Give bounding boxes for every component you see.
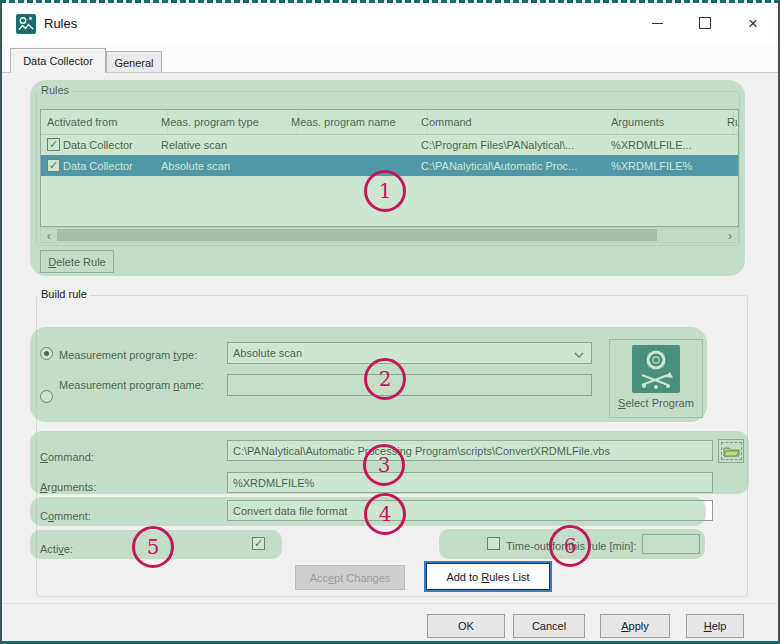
open-folder-icon [723,444,740,458]
program-type-dropdown[interactable]: Absolute scan [227,342,592,364]
help-button[interactable]: Help [686,614,744,638]
app-icon [16,14,36,34]
rules-table[interactable]: Activated from Meas. program type Meas. … [40,109,739,227]
comment-input[interactable]: Convert data file format [227,500,713,521]
minimize-button[interactable] [635,3,679,43]
timeout-checkbox[interactable] [487,537,500,550]
close-icon: × [748,15,758,32]
timeout-label: Time-out for this rule [min]: [506,540,636,552]
column-header-rule-timeout[interactable]: Rule Timec [721,110,739,134]
cancel-button[interactable]: Cancel [513,614,585,638]
rules-dialog: Rules × Data Collector General Rules Act… [0,0,780,644]
rules-group-title: Rules [38,84,72,96]
goniometer-icon [632,345,680,393]
title-bar: Rules × [2,3,778,45]
minimize-icon [652,23,663,24]
program-type-radio[interactable] [40,347,53,360]
window-title: Rules [44,16,77,31]
maximize-button[interactable] [683,3,727,43]
scrollbar-thumb[interactable] [57,229,657,241]
tab-general[interactable]: General [106,51,162,73]
select-program-label: Select Program [618,397,694,409]
command-input[interactable]: C:\PANalytical\Automatic Processing Prog… [227,440,713,461]
table-header: Activated from Meas. program type Meas. … [41,110,738,135]
tab-page-border [2,72,778,73]
program-name-input[interactable] [227,374,592,396]
scroll-left-icon[interactable]: ‹ [41,228,57,242]
ok-button[interactable]: OK [427,614,505,638]
maximize-icon [699,17,711,29]
column-header-program-type[interactable]: Meas. program type [155,110,298,134]
tab-strip: Data Collector General [2,45,778,73]
scroll-right-icon[interactable]: › [722,228,738,242]
arguments-label: Arguments: [40,481,96,493]
browse-command-button[interactable] [718,439,744,463]
build-rule-group-title: Build rule [38,288,90,300]
add-to-rules-list-button[interactable]: Add to Rules List [426,563,550,590]
program-name-radio[interactable] [40,390,53,403]
active-label: Active: [40,543,73,555]
table-horizontal-scrollbar[interactable]: ‹ › [40,227,739,243]
apply-button[interactable]: Apply [600,614,670,638]
comment-label: Comment: [40,510,91,522]
column-header-command[interactable]: Command [415,110,618,134]
active-checkbox[interactable]: ✓ [252,537,265,550]
table-row-selected[interactable]: ✓ Data Collector Absolute scan C:\PANaly… [41,155,738,176]
tab-data-collector[interactable]: Data Collector [10,48,106,73]
close-button[interactable]: × [731,3,775,43]
column-header-arguments[interactable]: Arguments [605,110,734,134]
select-program-button[interactable]: Select Program [609,339,703,418]
arguments-input[interactable]: %XRDMLFILE% [227,472,713,493]
timeout-input[interactable] [642,534,700,554]
column-header-activated-from[interactable]: Activated from [41,110,168,134]
accept-changes-button: Accept Changes [295,565,405,590]
footer-separator [2,603,778,604]
chevron-down-icon [574,352,584,358]
delete-rule-button[interactable]: Delete Rule [40,250,114,273]
table-row[interactable]: ✓ Data Collector Relative scan C:\Progra… [41,134,738,155]
row-checkbox[interactable]: ✓ [47,159,60,172]
program-type-label: Measurement program type: [59,349,197,361]
column-header-program-name[interactable]: Meas. program name [285,110,428,134]
row-checkbox[interactable]: ✓ [47,138,60,151]
command-label: Command: [40,451,94,463]
program-name-label: Measurement program name: [59,379,204,391]
